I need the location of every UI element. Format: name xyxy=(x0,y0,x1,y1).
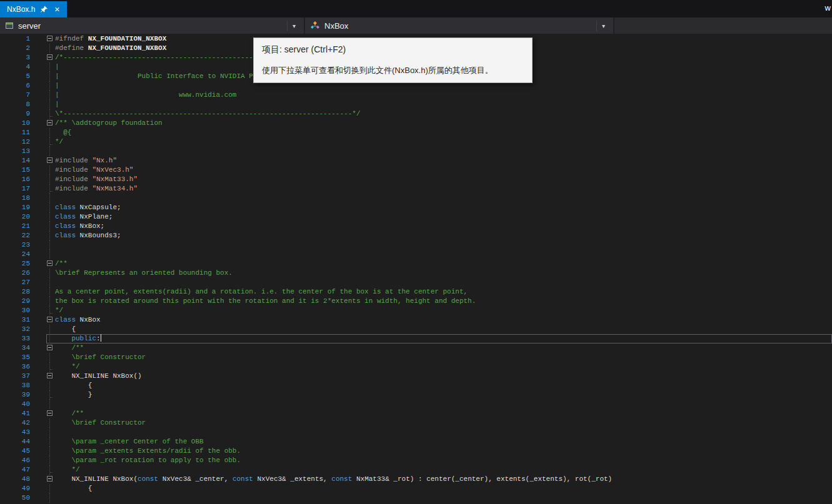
code-line[interactable]: 14#include "Nx.h" xyxy=(0,156,832,166)
code-line[interactable]: 21class NxBox; xyxy=(0,222,832,231)
code-line[interactable]: 42 \brief Constructor xyxy=(0,418,832,428)
fold-collapse-icon[interactable] xyxy=(46,475,55,484)
line-number: 37 xyxy=(0,372,33,381)
line-number: 23 xyxy=(0,240,33,250)
pin-icon[interactable] xyxy=(41,6,48,13)
chevron-down-icon[interactable]: ▾ xyxy=(596,21,608,31)
fold-collapse-icon[interactable] xyxy=(46,119,55,128)
code-line[interactable]: 50 xyxy=(0,493,832,503)
code-line[interactable]: 38 { xyxy=(0,381,832,390)
code-line[interactable]: 29the box is rotated around this point w… xyxy=(0,297,832,306)
close-icon[interactable]: × xyxy=(53,5,61,14)
code-line[interactable]: 27 xyxy=(0,278,832,287)
chevron-down-icon[interactable]: ▾ xyxy=(287,21,299,31)
code-line[interactable]: 9\*-------------------------------------… xyxy=(0,109,832,119)
code-text: class NxBox xyxy=(55,315,101,325)
code-line[interactable]: 49 { xyxy=(0,484,832,493)
tooltip-title: 项目: server (Ctrl+F2) xyxy=(262,44,524,56)
code-line[interactable]: 44 \param _center Center of the OBB xyxy=(0,437,832,447)
line-number: 11 xyxy=(0,128,33,137)
code-line[interactable]: 33 public: xyxy=(0,334,832,343)
code-editor[interactable]: 1#ifndef NX_FOUNDATION_NXBOX2#define NX_… xyxy=(0,34,832,504)
line-number: 19 xyxy=(0,203,33,212)
fold-collapse-icon[interactable] xyxy=(46,156,55,166)
fold-collapse-icon[interactable] xyxy=(46,259,55,269)
code-text: | www.nvidia.com xyxy=(55,91,236,100)
code-text: /** xyxy=(55,409,84,418)
line-number: 25 xyxy=(0,259,33,269)
code-line[interactable]: 32 { xyxy=(0,325,832,334)
fold-guide xyxy=(46,297,55,306)
line-number: 24 xyxy=(0,250,33,259)
code-line[interactable]: 37 NX_INLINE NxBox() xyxy=(0,372,832,381)
tab-nxbox-h[interactable]: NxBox.h × xyxy=(0,1,67,17)
code-line[interactable]: 17#include "NxMat34.h" xyxy=(0,184,832,194)
code-line[interactable]: 28As a center point, extents(radii) and … xyxy=(0,287,832,297)
code-text: the box is rotated around this point wit… xyxy=(55,297,476,306)
fold-guide xyxy=(46,212,55,222)
type-dropdown[interactable]: NxBox ▾ xyxy=(305,17,614,34)
code-line[interactable]: 46 \param _rot rotation to apply to the … xyxy=(0,456,832,465)
code-line[interactable]: 34 /** xyxy=(0,343,832,353)
code-text: { xyxy=(55,484,92,493)
fold-collapse-icon[interactable] xyxy=(46,372,55,381)
line-number: 42 xyxy=(0,418,33,428)
vs-window: NxBox.h × w server ▾ xyxy=(0,0,832,504)
code-line[interactable]: 41 /** xyxy=(0,409,832,418)
code-text: */ xyxy=(55,362,80,372)
class-icon xyxy=(310,21,320,30)
code-line[interactable]: 35 \brief Constructor xyxy=(0,353,832,362)
member-dropdown[interactable] xyxy=(614,17,832,34)
code-text: #include "NxMat34.h" xyxy=(55,184,138,194)
code-line[interactable]: 39 } xyxy=(0,390,832,400)
code-line[interactable]: 8| xyxy=(0,100,832,109)
fold-collapse-icon[interactable] xyxy=(46,315,55,325)
fold-guide xyxy=(46,447,55,456)
line-number: 7 xyxy=(0,91,33,100)
line-number: 2 xyxy=(0,44,33,53)
line-number: 47 xyxy=(0,465,33,475)
line-number: 43 xyxy=(0,428,33,437)
code-line[interactable]: 24 xyxy=(0,250,832,259)
code-line[interactable]: 40 xyxy=(0,400,832,409)
fold-collapse-icon[interactable] xyxy=(46,34,55,44)
line-number: 20 xyxy=(0,212,33,222)
code-line[interactable]: 11 @{ xyxy=(0,128,832,137)
code-text: /** xyxy=(55,259,68,269)
fold-collapse-icon[interactable] xyxy=(46,53,55,62)
code-line[interactable]: 12*/ xyxy=(0,137,832,147)
code-line[interactable]: 45 \param _extents Extents/radii of the … xyxy=(0,447,832,456)
code-line[interactable]: 15#include "NxVec3.h" xyxy=(0,166,832,175)
project-dropdown-value: server xyxy=(18,21,41,31)
code-line[interactable]: 10/** \addtogroup foundation xyxy=(0,119,832,128)
fold-collapse-icon[interactable] xyxy=(46,409,55,418)
code-line[interactable]: 16#include "NxMat33.h" xyxy=(0,175,832,184)
code-line[interactable]: 30*/ xyxy=(0,306,832,315)
code-line[interactable]: 19class NxCapsule; xyxy=(0,203,832,212)
fold-guide xyxy=(46,62,55,72)
code-line[interactable]: 47 */ xyxy=(0,465,832,475)
line-number: 36 xyxy=(0,362,33,372)
code-line[interactable]: 43 xyxy=(0,428,832,437)
fold-guide xyxy=(46,306,55,315)
code-text: NX_INLINE NxBox(const NxVec3& _center, c… xyxy=(55,475,612,484)
code-line[interactable]: 36 */ xyxy=(0,362,832,372)
code-line[interactable]: 22class NxBounds3; xyxy=(0,231,832,240)
code-line[interactable]: 26\brief Represents an oriented bounding… xyxy=(0,269,832,278)
fold-collapse-icon[interactable] xyxy=(46,343,55,353)
code-line[interactable]: 7| www.nvidia.com xyxy=(0,91,832,100)
line-number: 27 xyxy=(0,278,33,287)
fold-guide xyxy=(46,72,55,81)
code-text: /** xyxy=(55,343,84,353)
project-dropdown[interactable]: server ▾ xyxy=(0,17,305,34)
code-line[interactable]: 31class NxBox xyxy=(0,315,832,325)
line-number: 4 xyxy=(0,62,33,72)
code-line[interactable]: 20class NxPlane; xyxy=(0,212,832,222)
line-number: 13 xyxy=(0,147,33,156)
code-line[interactable]: 18 xyxy=(0,194,832,203)
line-number: 17 xyxy=(0,184,33,194)
code-line[interactable]: 48 NX_INLINE NxBox(const NxVec3& _center… xyxy=(0,475,832,484)
code-line[interactable]: 23 xyxy=(0,240,832,250)
code-line[interactable]: 25/** xyxy=(0,259,832,269)
code-line[interactable]: 13 xyxy=(0,147,832,156)
